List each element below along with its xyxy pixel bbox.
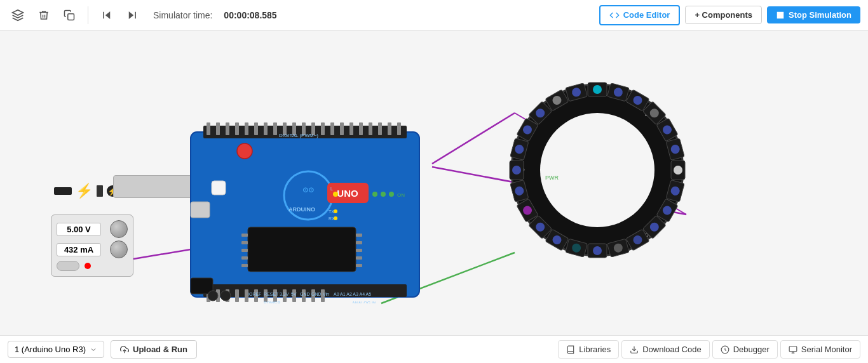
voltage-knob[interactable] [110, 220, 128, 238]
svg-point-79 [208, 291, 218, 301]
svg-point-93 [540, 113, 654, 227]
svg-rect-66 [241, 234, 248, 237]
libraries-icon [566, 345, 575, 354]
svg-rect-21 [273, 122, 277, 135]
voltage-display: 5.00 V [57, 223, 101, 236]
svg-text:ANALOG IN: ANALOG IN [352, 301, 376, 303]
svg-rect-16 [226, 122, 229, 135]
svg-text:3.3V: 3.3V [280, 292, 289, 296]
upload-icon [120, 345, 129, 354]
power-supply: 5.00 V 432 mA [51, 214, 133, 277]
serial-monitor-button[interactable]: Serial Monitor [780, 340, 860, 359]
neopixel-ring: PWR GND DIN DOUT [502, 75, 693, 268]
svg-marker-1 [105, 11, 111, 19]
svg-rect-148 [789, 346, 797, 351]
svg-rect-77 [191, 202, 210, 218]
usb-symbol-icon: ⚡ [76, 183, 93, 199]
statusbar: 1 (Arduino Uno R3) Upload & Run Librarie… [0, 335, 868, 363]
device-selector[interactable]: 1 (Arduino Uno R3) [8, 341, 104, 358]
svg-point-99 [593, 85, 602, 94]
save-button[interactable] [8, 6, 28, 24]
svg-rect-34 [397, 122, 401, 135]
stop-simulation-button[interactable]: Stop Simulation [767, 6, 860, 23]
svg-rect-70 [241, 264, 248, 267]
svg-point-105 [674, 166, 682, 175]
current-knob[interactable] [110, 241, 128, 258]
svg-rect-68 [241, 249, 248, 252]
canvas-area[interactable]: ⚡ ⚡ 5.00 V 432 mA [0, 30, 868, 335]
simulator-time-value: 00:00:08.585 [224, 10, 276, 20]
svg-rect-65 [248, 227, 356, 272]
svg-point-64 [237, 143, 252, 159]
svg-point-57 [333, 192, 338, 197]
svg-rect-26 [321, 122, 325, 135]
rewind-button[interactable] [97, 7, 116, 23]
upload-run-button[interactable]: Upload & Run [111, 340, 197, 359]
svg-marker-3 [129, 11, 134, 19]
svg-rect-69 [241, 256, 248, 260]
svg-rect-30 [359, 122, 363, 135]
current-display: 432 mA [57, 243, 101, 256]
svg-text:PWR: PWR [545, 175, 559, 181]
svg-rect-33 [388, 122, 391, 135]
svg-text:ON: ON [397, 192, 405, 198]
toolbar: Simulator time: 00:00:08.585 Code Editor… [0, 0, 868, 30]
debugger-icon [721, 345, 729, 354]
svg-rect-28 [340, 122, 344, 135]
svg-point-53 [372, 192, 377, 197]
usb-cable-gray [113, 175, 196, 198]
svg-point-111 [593, 246, 602, 255]
svg-rect-0 [68, 13, 74, 20]
libraries-button[interactable]: Libraries [558, 340, 619, 359]
svg-rect-5 [777, 11, 784, 18]
svg-rect-18 [245, 122, 248, 135]
svg-point-55 [389, 192, 394, 197]
svg-rect-14 [207, 122, 210, 135]
svg-text:DIGITAL (PWM~): DIGITAL (PWM~) [279, 133, 318, 138]
chevron-down-icon [90, 346, 97, 353]
svg-rect-29 [349, 122, 353, 135]
svg-rect-73 [356, 249, 362, 252]
svg-text:TX: TX [329, 209, 334, 214]
power-switch[interactable] [57, 261, 79, 271]
svg-rect-20 [264, 122, 268, 135]
svg-rect-75 [356, 264, 362, 267]
usb-connector-area: ⚡ ⚡ [54, 183, 118, 199]
svg-rect-32 [378, 122, 382, 135]
divider-1 [88, 6, 88, 24]
forward-button[interactable] [123, 7, 142, 23]
svg-rect-72 [356, 241, 362, 244]
power-led [85, 263, 91, 269]
svg-text:⊙⊙: ⊙⊙ [302, 186, 314, 194]
code-editor-button[interactable]: Code Editor [599, 5, 681, 25]
svg-point-80 [220, 291, 231, 301]
svg-rect-19 [254, 122, 258, 135]
copy-button[interactable] [60, 7, 79, 23]
svg-rect-15 [216, 122, 220, 135]
svg-rect-31 [369, 122, 372, 135]
svg-point-117 [512, 166, 521, 175]
svg-rect-38 [235, 289, 239, 302]
debugger-button[interactable]: Debugger [712, 340, 778, 359]
svg-rect-78 [191, 278, 213, 294]
svg-text:A0 A1 A2 A3 A4 A5: A0 A1 A2 A3 A4 A5 [334, 292, 371, 296]
components-button[interactable]: + Components [685, 6, 762, 24]
svg-text:GND: GND [311, 292, 322, 296]
svg-rect-11 [191, 132, 419, 297]
svg-rect-74 [356, 256, 362, 260]
svg-text:5V: 5V [291, 292, 297, 296]
svg-text:RX: RX [329, 216, 335, 221]
svg-text:L: L [330, 187, 333, 191]
download-code-button[interactable]: Download Code [621, 340, 710, 359]
device-selector-label: 1 (Arduino Uno R3) [15, 345, 86, 354]
download-icon [630, 345, 639, 354]
delete-button[interactable] [34, 7, 53, 23]
simulator-time-label: Simulator time: [153, 10, 212, 20]
serial-monitor-icon [789, 345, 797, 354]
svg-rect-17 [235, 122, 239, 135]
svg-rect-71 [356, 234, 362, 237]
svg-text:ARDUINO: ARDUINO [288, 206, 315, 213]
svg-text:IOREF: IOREF [248, 292, 261, 296]
svg-text:UNO: UNO [337, 188, 358, 199]
arduino-board: ⊙⊙ UNO ARDUINO ON L TX RX [184, 119, 426, 306]
